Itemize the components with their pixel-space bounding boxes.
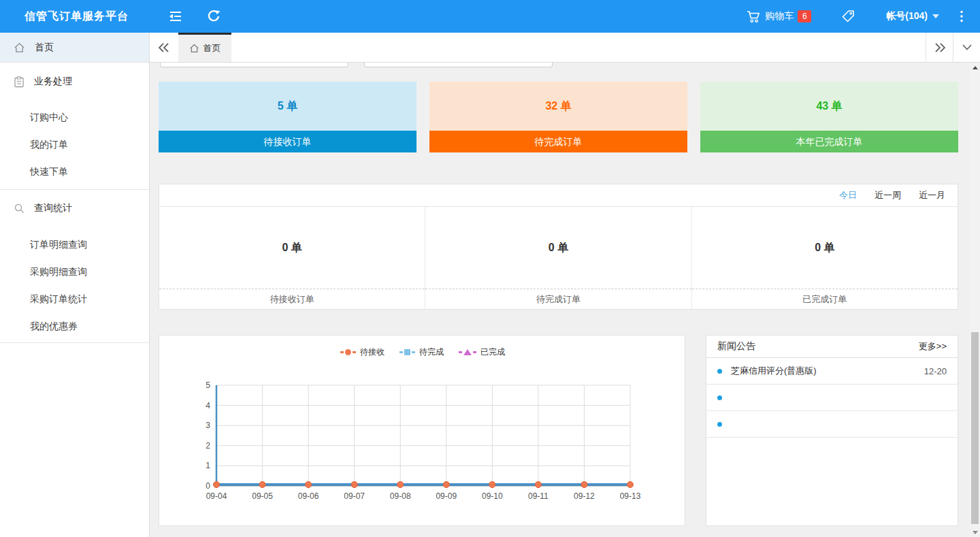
period-stats-panel: 今日 近一周 近一月 0 单 待接收订单 0 单 待完成订单 0 单 已完成订单 [159, 184, 958, 310]
vertical-scrollbar[interactable] [970, 63, 980, 537]
chart-legend: 待接收待完成已完成 [159, 346, 685, 358]
home-icon [189, 44, 199, 53]
card-value: 5 单 [159, 82, 416, 131]
square-marker-icon [404, 349, 410, 355]
svg-text:09-08: 09-08 [390, 491, 411, 501]
card-pending-complete[interactable]: 32 单 待完成订单 [429, 82, 687, 152]
stat-label: 待接收订单 [159, 289, 425, 309]
period-filter-bar: 今日 近一周 近一月 [159, 184, 958, 207]
account-menu[interactable]: 帐号(104) [886, 10, 939, 22]
triangle-marker-icon [463, 349, 472, 355]
scrollbar-down-arrow[interactable] [970, 527, 980, 537]
orders-trend-chart: 01234509-0409-0509-0609-0709-0809-0909-1… [159, 363, 685, 519]
svg-text:5: 5 [206, 380, 210, 390]
stat-completed: 0 单 已完成订单 [691, 207, 958, 309]
sidebar-item-purchase-detail-query[interactable]: 采购明细查询 [0, 258, 149, 285]
card-label: 待接收订单 [159, 131, 416, 152]
card-value: 32 单 [429, 82, 687, 131]
news-more-link[interactable]: 更多>> [919, 340, 947, 353]
main-content: 5 单 待接收订单 32 单 待完成订单 43 单 本年已完成订单 今日 近一周… [150, 63, 980, 537]
stat-value: 0 单 [692, 207, 958, 289]
stat-pending-complete: 0 单 待完成订单 [425, 207, 691, 309]
refresh-icon[interactable] [207, 10, 222, 23]
news-item-title: 芝麻信用评分(普惠版) [731, 365, 924, 377]
sidebar-divider [0, 342, 149, 343]
svg-text:09-06: 09-06 [298, 491, 319, 501]
account-label: 帐号(104) [886, 10, 928, 22]
bullet-icon [717, 395, 722, 400]
stat-value: 0 单 [159, 207, 425, 289]
more-options-icon[interactable] [957, 10, 966, 23]
scrollbar-up-arrow[interactable] [970, 63, 980, 72]
sidebar: 首页 业务处理 订购中心 我的订单 快速下单 查询统计 订单明细查询 采购明细查… [0, 33, 150, 537]
filter-today[interactable]: 今日 [839, 189, 857, 201]
sidebar-group-query[interactable]: 查询统计 [0, 195, 149, 222]
legend-item-circle[interactable]: 待接收 [339, 346, 385, 358]
sidebar-group-label: 业务处理 [34, 76, 72, 88]
tag-icon[interactable] [841, 10, 855, 23]
news-item[interactable]: 芝麻信用评分(普惠版) 12-20 [706, 358, 958, 385]
circle-marker-icon [345, 349, 351, 355]
menu-fold-icon[interactable] [168, 10, 183, 23]
sidebar-item-home[interactable]: 首页 [0, 33, 149, 63]
svg-text:09-12: 09-12 [574, 491, 595, 501]
sidebar-divider [0, 189, 149, 190]
period-stats-body: 0 单 待接收订单 0 单 待完成订单 0 单 已完成订单 [159, 207, 958, 309]
clipboard-icon [14, 76, 24, 88]
tab-home[interactable]: 首页 [178, 33, 231, 62]
svg-text:3: 3 [206, 421, 210, 430]
date-input-end[interactable] [364, 63, 553, 67]
filter-last-week[interactable]: 近一周 [875, 189, 901, 201]
tab-list-dropdown-icon[interactable] [953, 33, 980, 62]
card-label: 待完成订单 [429, 131, 687, 152]
svg-text:09-05: 09-05 [252, 491, 273, 501]
svg-text:09-07: 09-07 [344, 491, 365, 501]
news-item[interactable] [706, 411, 958, 438]
cart-icon [747, 10, 761, 23]
news-header: 新闻公告 更多>> [706, 336, 958, 358]
topbar-right: 购物车 6 帐号(104) [747, 0, 980, 33]
bullet-icon [717, 422, 722, 427]
svg-text:1: 1 [206, 461, 210, 470]
legend-item-triangle[interactable]: 已完成 [457, 346, 505, 358]
cart-button[interactable]: 购物车 6 [747, 10, 811, 23]
svg-text:09-04: 09-04 [206, 491, 227, 501]
svg-text:09-09: 09-09 [436, 491, 457, 501]
card-value: 43 单 [700, 82, 958, 131]
svg-text:09-10: 09-10 [482, 491, 503, 501]
bullet-icon [717, 369, 722, 374]
card-completed-this-year[interactable]: 43 单 本年已完成订单 [700, 82, 958, 152]
sidebar-item-order-center[interactable]: 订购中心 [0, 103, 149, 131]
cart-badge: 6 [798, 10, 811, 22]
news-title: 新闻公告 [717, 340, 755, 353]
sidebar-group-business[interactable]: 业务处理 [0, 68, 149, 95]
expand-tabs-icon[interactable] [926, 33, 953, 62]
sidebar-item-my-coupons[interactable]: 我的优惠券 [0, 312, 149, 340]
legend-item-square[interactable]: 待完成 [398, 346, 444, 358]
svg-text:4: 4 [206, 401, 210, 410]
sidebar-item-my-orders[interactable]: 我的订单 [0, 131, 149, 158]
caret-down-icon [932, 14, 939, 18]
sidebar-item-quick-order[interactable]: 快速下单 [0, 158, 149, 185]
svg-text:2: 2 [206, 441, 210, 451]
sidebar-group-label: 查询统计 [34, 202, 72, 214]
app-window: 信管飞订单服务平台 购物车 6 [0, 0, 980, 537]
legend-label: 已完成 [480, 346, 505, 358]
stat-label: 待完成订单 [425, 289, 691, 309]
svg-text:09-11: 09-11 [528, 491, 549, 501]
sidebar-item-order-detail-query[interactable]: 订单明细查询 [0, 231, 149, 258]
date-input-start[interactable] [160, 63, 348, 67]
card-pending-receive[interactable]: 5 单 待接收订单 [159, 82, 416, 152]
app-title: 信管飞订单服务平台 [24, 0, 129, 33]
stat-pending-receive: 0 单 待接收订单 [159, 207, 425, 309]
tabbar: 首页 [150, 33, 980, 63]
news-item[interactable] [706, 385, 958, 411]
svg-text:0: 0 [206, 481, 210, 491]
collapse-tabs-icon[interactable] [150, 33, 178, 62]
topbar: 信管飞订单服务平台 购物车 6 [0, 0, 980, 33]
filter-last-month[interactable]: 近一月 [919, 189, 945, 201]
sidebar-home-label: 首页 [35, 42, 54, 54]
sidebar-item-purchase-order-stats[interactable]: 采购订单统计 [0, 285, 149, 312]
home-icon [14, 42, 25, 53]
scrollbar-thumb[interactable] [971, 332, 979, 524]
